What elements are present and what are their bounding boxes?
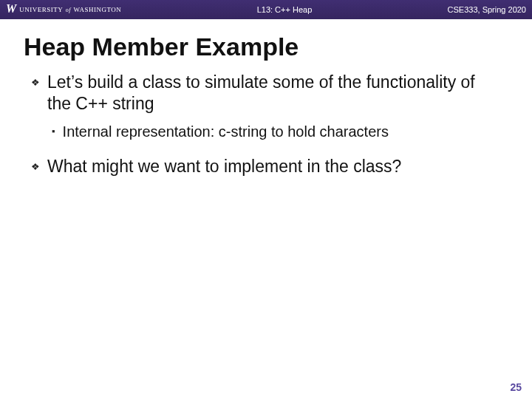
univ-prefix: UNIVERSITY [19,6,63,13]
slide: W UNIVERSITY of WASHINGTON L13: C++ Heap… [0,0,532,399]
square-bullet-icon: ▪ [52,122,55,141]
sub-bullet-text: Internal representation: c-string to hol… [63,122,389,141]
university-brand: W UNIVERSITY of WASHINGTON [6,4,121,16]
sub-bullet-item: ▪ Internal representation: c-string to h… [52,122,502,141]
university-label: UNIVERSITY of WASHINGTON [19,6,121,13]
bullet-item: ❖ Let’s build a class to simulate some o… [30,72,502,141]
bullet-text: Let’s build a class to simulate some of … [47,72,502,115]
bullet-text: What might we want to implement in the c… [47,156,401,177]
slide-content: ❖ Let’s build a class to simulate some o… [0,72,532,178]
univ-name: WASHINGTON [73,6,121,13]
univ-of: of [66,7,71,13]
lecture-label: L13: C++ Heap [121,5,447,14]
diamond-bullet-icon: ❖ [30,72,40,94]
diamond-bullet-icon: ❖ [30,156,40,178]
slide-title: Heap Member Example [24,33,532,61]
bullet-item: ❖ What might we want to implement in the… [30,156,502,178]
course-term-label: CSE333, Spring 2020 [448,5,526,14]
page-number: 25 [510,381,522,393]
slide-header: W UNIVERSITY of WASHINGTON L13: C++ Heap… [0,0,532,19]
uw-logo-icon: W [6,3,16,15]
